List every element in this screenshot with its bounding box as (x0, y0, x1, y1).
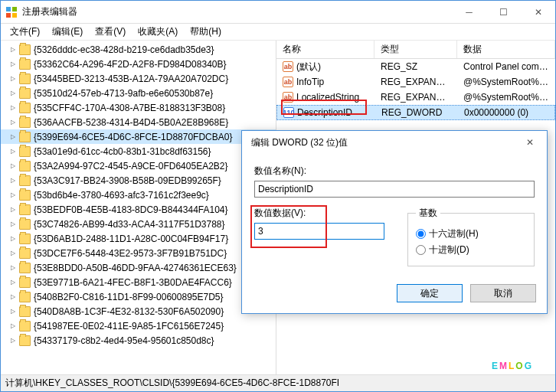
tree-item-label: {53A2A994-97C2-4545-A9CE-0FD6405EA2B2} (34, 161, 228, 172)
window-controls: ─ ☐ ✕ (452, 1, 555, 23)
tree-item[interactable]: ▷{53A2A994-97C2-4545-A9CE-0FD6405EA2B2} (1, 158, 276, 173)
value-data: Control Panel command (457, 61, 555, 72)
col-header-name[interactable]: 名称 (276, 41, 374, 58)
list-body: ab(默认)REG_SZControl Panel commandabInfoT… (276, 59, 555, 120)
value-data-field[interactable] (254, 223, 384, 240)
binary-icon: 110 (283, 107, 294, 118)
ok-button[interactable]: 确定 (397, 284, 463, 302)
dialog-titlebar: 编辑 DWORD (32 位)值 ✕ (242, 131, 547, 154)
menu-file[interactable]: 文件(F) (4, 24, 46, 40)
expander-icon[interactable]: ▷ (8, 89, 18, 98)
tree-item[interactable]: ▷{53445BED-3213-453B-A12A-79AA20A702DC} (1, 71, 276, 86)
dialog-close-button[interactable]: ✕ (512, 132, 547, 154)
minimize-button[interactable]: ─ (452, 1, 486, 23)
expander-icon[interactable]: ▷ (8, 191, 18, 200)
expander-icon[interactable]: ▷ (8, 205, 18, 214)
radio-hex[interactable]: 十六进制(H) (416, 227, 526, 240)
expander-icon[interactable]: ▷ (8, 249, 18, 258)
menu-view[interactable]: 查看(V) (89, 24, 132, 40)
tree-item[interactable]: ▷{53C74826-AB99-4d33-ACA4-3117F51D3788} (1, 217, 276, 231)
tree-item[interactable]: ▷{53DCE7F6-5448-43E2-9573-3F7B91B751DC} (1, 246, 276, 260)
tree-pane[interactable]: ▷{5326dddc-ec38-428d-b219-ce6dadb35de3}▷… (1, 41, 276, 374)
tree-item[interactable]: ▷{53510d24-57eb-4713-9afb-e6e60530b87e} (1, 86, 276, 100)
expander-icon[interactable]: ▷ (8, 103, 18, 113)
value-name-field[interactable] (254, 181, 535, 198)
list-row[interactable]: ab(默认)REG_SZControl Panel command (276, 59, 555, 74)
expander-icon[interactable]: ▷ (8, 147, 18, 156)
menu-favorites[interactable]: 收藏夹(A) (132, 24, 184, 40)
dialog-title: 编辑 DWORD (32 位)值 (247, 136, 512, 149)
expander-icon[interactable]: ▷ (8, 234, 18, 243)
tree-item-label: {53BEDF0B-4E5B-4183-8DC9-B844344FA104} (34, 204, 228, 215)
radio-dec[interactable]: 十进制(D) (416, 243, 526, 256)
menubar: 文件(F) 编辑(E) 查看(V) 收藏夹(A) 帮助(H) (1, 24, 555, 41)
expander-icon[interactable]: ▷ (8, 220, 18, 229)
tree-item[interactable]: ▷{53D6AB1D-2488-11D1-A28C-00C04FB94F17} (1, 231, 276, 246)
folder-icon (19, 292, 31, 302)
tree-item[interactable]: ▷{53E9771B-6A21-4FEC-B8F1-3B0DAE4FACC6} (1, 275, 276, 289)
base-legend: 基数 (416, 207, 440, 220)
string-icon: ab (283, 61, 293, 72)
folder-icon (19, 219, 31, 230)
folder-icon (19, 306, 31, 317)
folder-icon (19, 161, 31, 172)
tree-item[interactable]: ▷{53362C64-A296-4F2D-A2F8-FD984D08340B} (1, 57, 276, 71)
expander-icon[interactable]: ▷ (8, 263, 18, 273)
value-name-label: 数值名称(N): (254, 165, 535, 178)
tree-item-label: {541987EE-0E02-411E-9A85-1FC6156E7245} (34, 321, 224, 332)
list-row[interactable]: 110DescriptionIDREG_DWORD0x00000000 (0) (276, 105, 555, 120)
value-data: 0x00000000 (0) (458, 107, 554, 118)
tree-item-label: {535CFF4C-170A-4308-A7BE-8188313F3B08} (34, 103, 225, 113)
expander-icon[interactable]: ▷ (8, 118, 18, 127)
tree-item[interactable]: ▷{53bd6b4e-3780-4693-afc3-7161c2f3ee9c} (1, 188, 276, 202)
folder-icon (19, 103, 31, 113)
folder-icon (19, 88, 31, 99)
radio-dec-input[interactable] (416, 245, 426, 255)
base-fieldset: 基数 十六进制(H) 十进制(D) (407, 207, 535, 266)
col-header-data[interactable]: 数据 (457, 41, 555, 58)
tree-item-label: {53bd6b4e-3780-4693-afc3-7161c2f3ee9c} (34, 190, 209, 201)
maximize-button[interactable]: ☐ (486, 1, 521, 23)
expander-icon[interactable]: ▷ (8, 162, 18, 171)
tree-item[interactable]: ▷{536AACFB-5238-4314-B4D4-5B0A2E8B968E} (1, 115, 276, 129)
expander-icon[interactable]: ▷ (8, 292, 18, 302)
statusbar: 计算机\HKEY_CLASSES_ROOT\CLSID\{5399E694-6C… (1, 374, 555, 391)
close-button[interactable]: ✕ (521, 1, 555, 23)
cancel-button[interactable]: 取消 (470, 284, 536, 302)
menu-edit[interactable]: 编辑(E) (46, 24, 89, 40)
value-type: REG_EXPAND_SZ (374, 77, 457, 87)
menu-help[interactable]: 帮助(H) (184, 24, 227, 40)
expander-icon[interactable]: ▷ (8, 60, 18, 69)
tree-item-label: {53362C64-A296-4F2D-A2F8-FD984D08340B} (34, 59, 227, 70)
tree-item[interactable]: ▷{53A3C917-BB24-3908-B58B-09EDB99265F} (1, 173, 276, 188)
tree-item[interactable]: ▷{540D8A8B-1C3F-4E32-8132-530F6A502090} (1, 304, 276, 318)
col-header-type[interactable]: 类型 (374, 41, 457, 58)
expander-icon[interactable]: ▷ (8, 74, 18, 83)
expander-icon[interactable]: ▷ (8, 132, 18, 142)
folder-icon (19, 117, 31, 128)
expander-icon[interactable]: ▷ (8, 322, 18, 331)
tree-item[interactable]: ▷{54337179-c8b2-4ed4-95e4-95601c850d8c} (1, 333, 276, 348)
list-row[interactable]: abInfoTipREG_EXPAND_SZ@%SystemRoot%\syst… (276, 74, 555, 90)
expander-icon[interactable]: ▷ (8, 336, 18, 345)
tree-item-label: {53A3C917-BB24-3908-B58B-09EDB99265F} (34, 175, 221, 186)
folder-icon (19, 146, 31, 157)
tree-item[interactable]: ▷{53a01e9d-61cc-4cb0-83b1-31bc8df63156} (1, 144, 276, 158)
expander-icon[interactable]: ▷ (8, 307, 18, 316)
tree-item[interactable]: ▷{53BEDF0B-4E5B-4183-8DC9-B844344FA104} (1, 202, 276, 217)
tree-item[interactable]: ▷{541987EE-0E02-411E-9A85-1FC6156E7245} (1, 318, 276, 333)
tree-item[interactable]: ▷{5399E694-6CE5-4D6C-8FCE-1D8870FDCBA0} (1, 129, 276, 144)
expander-icon[interactable]: ▷ (8, 45, 18, 54)
tree-item-label: {5326dddc-ec38-428d-b219-ce6dadb35de3} (34, 44, 214, 55)
expander-icon[interactable]: ▷ (8, 278, 18, 287)
radio-hex-input[interactable] (416, 229, 426, 239)
tree-item-label: {53E8BDD0-A50B-46DD-9FAA-42746361ECE63} (34, 263, 237, 273)
tree-item[interactable]: ▷{53E8BDD0-A50B-46DD-9FAA-42746361ECE63} (1, 260, 276, 275)
list-row[interactable]: abLocalizedStringREG_EXPAND_SZ@%SystemRo… (276, 90, 555, 105)
tree-item[interactable]: ▷{5326dddc-ec38-428d-b219-ce6dadb35de3} (1, 42, 276, 57)
tree-item[interactable]: ▷{5408B2F0-C816-11D1-8F99-00600895E7D5} (1, 289, 276, 304)
folder-icon (19, 263, 31, 273)
expander-icon[interactable]: ▷ (8, 176, 18, 185)
tree-item[interactable]: ▷{535CFF4C-170A-4308-A7BE-8188313F3B08} (1, 100, 276, 115)
value-name: InfoTip (296, 77, 324, 87)
